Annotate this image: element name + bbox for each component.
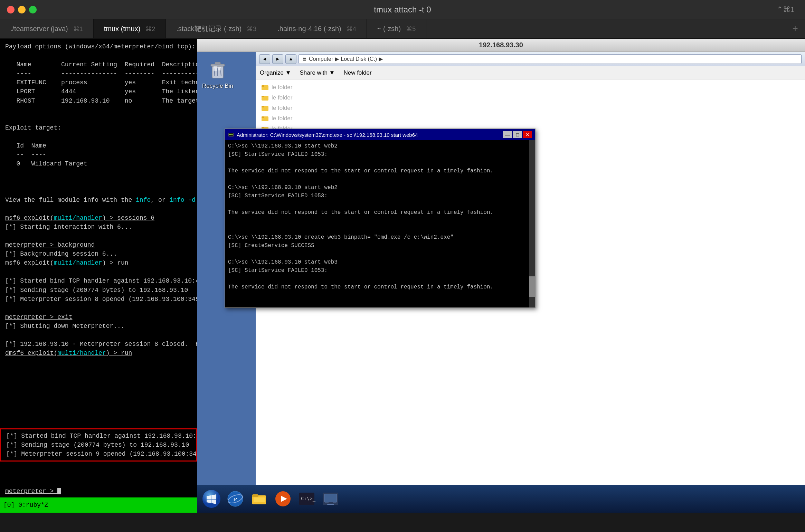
cmd-line: The service did not respond to the start… <box>228 283 532 291</box>
svg-rect-15 <box>262 116 264 118</box>
list-item[interactable]: le folder <box>258 103 802 113</box>
term-line <box>5 304 192 313</box>
tab-label: .stack靶机记录 (-zsh) <box>176 24 242 34</box>
cmd-close-button[interactable]: ✕ <box>523 131 532 138</box>
term-line: meterpreter > background <box>5 240 192 249</box>
term-line <box>5 331 192 340</box>
windows-logo-icon <box>202 489 221 509</box>
term-line: dmsf6 exploit(multi/handler) > run <box>5 349 192 358</box>
term-line: [*] Backgrounding session 6... <box>5 249 192 258</box>
cmd-taskbar-button[interactable]: C:\>_ <box>296 488 318 510</box>
new-tab-button[interactable]: + <box>785 23 805 34</box>
ie-button[interactable]: e <box>224 488 246 510</box>
network-icon <box>322 490 340 508</box>
tab-shortcut: ⌘5 <box>406 25 416 33</box>
folder-icon <box>261 84 269 91</box>
tab-stack[interactable]: .stack靶机记录 (-zsh) ⌘3 <box>166 19 267 38</box>
list-item[interactable]: le folder <box>258 82 802 93</box>
recycle-bin-icon[interactable]: Recycle Bin <box>200 59 235 89</box>
term-line: [*] Shutting down Meterpreter... <box>5 322 192 331</box>
tab-shortcut: ⌘1 <box>73 25 83 33</box>
start-button[interactable] <box>200 488 222 510</box>
tab-label: ./teamserver (java) <box>10 25 68 33</box>
cmd-titlebar: 📟 Administrator: C:\Windows\system32\cmd… <box>225 129 535 140</box>
term-line <box>5 177 192 186</box>
cmd-line <box>228 159 532 167</box>
tab-home[interactable]: ~ (-zsh) ⌘5 <box>367 19 426 38</box>
recycle-bin-label: Recycle Bin <box>202 83 233 89</box>
term-line: View the full module info with the info,… <box>5 196 192 205</box>
up-button[interactable]: ▲ <box>285 54 296 64</box>
tab-label: .hains-ng-4.16 (-zsh) <box>277 25 341 33</box>
svg-rect-43 <box>329 502 333 504</box>
cmd-line: C:\>sc \\192.168.93.10 start web3 <box>228 258 532 266</box>
list-item[interactable]: le folder <box>258 113 802 124</box>
cmd-line <box>228 217 532 225</box>
cmd-line: [SC] CreateService SUCCESS <box>228 241 532 250</box>
cmd-line <box>228 200 532 208</box>
media-player-button[interactable] <box>272 488 294 510</box>
svg-rect-6 <box>214 66 217 71</box>
maximize-button[interactable] <box>29 6 37 13</box>
term-line: LPORT 4444 yes The listen port <box>5 87 192 96</box>
cmd-minimize-button[interactable]: — <box>503 131 512 138</box>
explorer-window: 192.168.93.30 <box>197 39 805 513</box>
cmd-restore-button[interactable]: □ <box>513 131 522 138</box>
cmd-line <box>228 300 532 307</box>
window-shortcut: ⌃⌘1 <box>777 5 795 14</box>
cursor <box>57 488 61 494</box>
tab-tmux[interactable]: tmux (tmux) ⌘2 <box>94 19 166 38</box>
cmd-window: 📟 Administrator: C:\Windows\system32\cmd… <box>225 129 536 308</box>
svg-text:C:\>_: C:\>_ <box>301 496 316 502</box>
term-line: 0 Wildcard Target <box>5 159 192 168</box>
term-line <box>5 132 192 141</box>
explorer-navbar: ◀ ▶ ▲ 🖥 Computer ▶ Local Disk (C:) ▶ <box>256 52 805 66</box>
term-line: [*] Started bind TCP handler against 192… <box>5 276 192 285</box>
list-item[interactable]: le folder <box>258 93 802 103</box>
cmd-line: [SC] StartService FAILED 1053: <box>228 150 532 159</box>
svg-rect-1 <box>211 64 225 66</box>
ie-icon: e <box>226 490 244 508</box>
term-line: EXITFUNC process yes Exit technique (Acc… <box>5 78 192 87</box>
explorer-button[interactable] <box>248 488 270 510</box>
network-button[interactable] <box>320 488 342 510</box>
tab-teamserver[interactable]: ./teamserver (java) ⌘1 <box>0 19 94 38</box>
new-folder-btn[interactable]: New folder <box>343 69 371 76</box>
close-button[interactable] <box>7 6 15 13</box>
term-line <box>5 205 192 213</box>
cmd-line <box>228 291 532 300</box>
forward-button[interactable]: ▶ <box>272 54 283 64</box>
cmd-title-text: Administrator: C:\Windows\system32\cmd.e… <box>237 132 418 138</box>
cmd-line: [SC] StartService FAILED 1053: <box>228 266 532 275</box>
svg-rect-42 <box>324 494 337 502</box>
folder-icon <box>261 104 269 112</box>
terminal-panel[interactable]: Payload options (windows/x64/meterpreter… <box>0 39 197 513</box>
tab-shortcut: ⌘3 <box>247 25 256 33</box>
back-button[interactable]: ◀ <box>259 54 270 64</box>
cmd-scrollthumb[interactable] <box>529 276 535 297</box>
cmd-line <box>228 175 532 183</box>
media-player-icon <box>274 490 292 508</box>
tab-shortcut: ⌘2 <box>145 25 155 33</box>
cmd-scrollbar[interactable] <box>529 140 535 307</box>
svg-rect-36 <box>254 497 265 502</box>
svg-rect-44 <box>327 504 334 505</box>
address-bar[interactable]: 🖥 Computer ▶ Local Disk (C:) ▶ <box>299 54 802 64</box>
term-line: Name Current Setting Required Descriptio… <box>5 60 192 69</box>
recycle-bin-graphic <box>207 59 229 81</box>
folder-icon <box>261 94 269 102</box>
tab-hains[interactable]: .hains-ng-4.16 (-zsh) ⌘4 <box>267 19 367 38</box>
term-line: [*] Meterpreter session 8 opened (192.16… <box>5 295 192 304</box>
explorer-title: 192.168.93.30 <box>479 41 523 49</box>
term-line: [*] Started bind TCP handler against 192… <box>6 431 191 440</box>
share-with-btn[interactable]: Share with ▼ <box>300 69 335 76</box>
traffic-lights <box>7 6 37 13</box>
term-line: [*] Starting interaction with 6... <box>5 222 192 231</box>
term-line: Payload options (windows/x64/meterpreter… <box>5 42 192 51</box>
organize-btn[interactable]: Organize ▼ <box>260 69 291 76</box>
term-line: meterpreter > exit <box>5 313 192 322</box>
minimize-button[interactable] <box>18 6 26 13</box>
term-line <box>5 231 192 240</box>
term-line <box>5 168 192 177</box>
term-line: RHOST 192.168.93.10 no The target addres… <box>5 96 192 105</box>
